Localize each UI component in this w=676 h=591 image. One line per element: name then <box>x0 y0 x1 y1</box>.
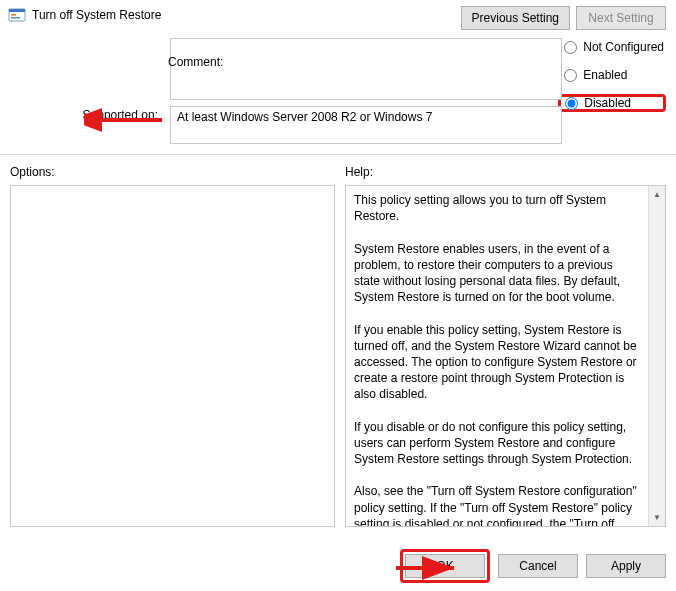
svg-rect-3 <box>11 17 20 19</box>
options-label: Options: <box>10 165 335 185</box>
comment-textarea[interactable] <box>170 38 562 100</box>
scroll-down-icon[interactable]: ▼ <box>649 509 665 526</box>
help-text: This policy setting allows you to turn o… <box>346 186 648 526</box>
help-scrollbar[interactable]: ▲ ▼ <box>648 186 665 526</box>
radio-not-configured-label: Not Configured <box>583 40 664 54</box>
help-label: Help: <box>345 165 666 185</box>
apply-button[interactable]: Apply <box>586 554 666 578</box>
previous-setting-button[interactable]: Previous Setting <box>461 6 570 30</box>
svg-rect-2 <box>11 14 16 16</box>
radio-enabled[interactable]: Enabled <box>562 66 666 84</box>
cancel-button[interactable]: Cancel <box>498 554 578 578</box>
supported-on-label: Supported on: <box>10 100 170 144</box>
supported-on-value: At least Windows Server 2008 R2 or Windo… <box>170 106 562 144</box>
ok-button[interactable]: OK <box>405 554 485 578</box>
radio-disabled-input[interactable] <box>565 97 578 110</box>
radio-disabled-label: Disabled <box>584 96 631 110</box>
radio-enabled-input[interactable] <box>564 69 577 82</box>
dialog-title: Turn off System Restore <box>32 8 161 22</box>
radio-enabled-label: Enabled <box>583 68 627 82</box>
radio-not-configured[interactable]: Not Configured <box>562 38 666 56</box>
next-setting-button: Next Setting <box>576 6 666 30</box>
radio-not-configured-input[interactable] <box>564 41 577 54</box>
comment-label: Comment: <box>168 55 223 69</box>
radio-disabled[interactable]: Disabled <box>558 94 666 112</box>
scroll-up-icon[interactable]: ▲ <box>649 186 665 203</box>
svg-rect-1 <box>9 9 25 12</box>
policy-icon <box>8 6 26 24</box>
options-box <box>10 185 335 527</box>
